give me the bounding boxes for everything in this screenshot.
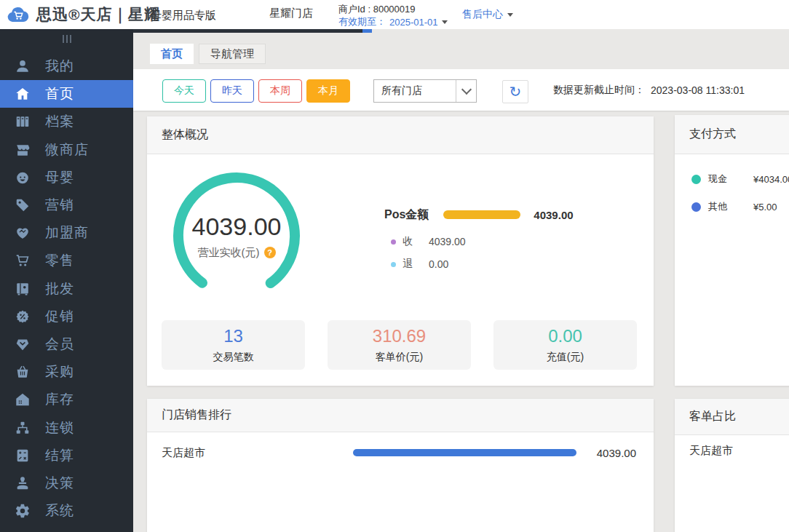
sidebar-item-retail[interactable]: 零售 [0,247,133,274]
ticket-share-panel: 客单占比 天店超市 [675,399,789,532]
refresh-icon: ↻ [510,83,522,100]
help-icon[interactable]: ? [264,247,276,258]
brand-logo: 思迅®天店｜星耀 [6,4,160,25]
ranking-bar [353,449,576,456]
data-updated-timestamp: 数据更新截止时间： 2023-03-08 11:33:01 [553,69,745,111]
sidebar-item-mine[interactable]: 我的 [0,52,133,80]
handshake-icon [0,225,45,241]
gear-icon [0,503,45,519]
ticket-share-store: 天店超市 [689,444,733,458]
ranking-row: 天店超市 4039.00 [162,444,636,461]
archive-icon [0,114,45,130]
sidebar-item-marketing[interactable]: 营销 [0,191,133,219]
store-icon [0,142,45,158]
top-bar: 思迅®天店｜星耀 母婴用品专版 星耀门店 商户Id : 80000019 有效期… [0,0,789,29]
pos-amount-value: 4039.00 [534,209,573,221]
refund-row: 退 0.00 [384,258,574,271]
filter-toolbar: 今天 昨天 本周 本月 所有门店 ↻ 数据更新截止时间： 2023-03-08 … [133,69,789,111]
sidebar-item-decision[interactable]: 决策 [0,469,133,497]
ranking-store-name: 天店超市 [162,446,353,460]
validity-label: 有效期至： [338,15,386,28]
calculator-icon [0,448,45,464]
received-dot-icon [391,239,396,245]
vip-badge-icon [0,336,45,352]
stamp-icon [0,475,45,491]
validity-dropdown[interactable]: 有效期至： 2025-01-01 [338,15,448,28]
gauge-value: 4039.00 [192,213,282,241]
sidebar-item-home[interactable]: 首页 [0,80,133,108]
stat-avg-ticket: 310.69 客单价(元) [328,320,471,370]
sidebar-item-wholesale[interactable]: 批发 [0,275,133,303]
filter-yesterday-button[interactable]: 昨天 [210,79,254,103]
select-dropdown-button[interactable] [456,80,476,102]
main-area: 首页 导航管理 今天 昨天 本周 本月 所有门店 ↻ 数据更新截止时间： 202… [133,29,789,532]
ticket-share-title: 客单占比 [675,399,789,435]
ranking-value: 4039.00 [585,447,636,459]
sidebar-collapse-toggle[interactable] [0,29,133,48]
sidebar-item-settlement[interactable]: 结算 [0,442,133,469]
payment-methods-title: 支付方式 [675,115,789,154]
sidebar-item-promotion[interactable]: 促销 [0,303,133,330]
aftersales-label: 售后中心 [462,8,503,21]
sidebar-item-chain[interactable]: 连锁 [0,413,133,441]
pos-amount-label: Pos金额 [384,207,429,223]
sidebar-item-purchasing[interactable]: 采购 [0,358,133,386]
tag-icon [0,197,45,213]
received-row: 收 4039.00 [384,235,574,248]
user-icon [0,58,45,74]
warehouse-icon [0,392,45,408]
discount-badge-icon [0,309,45,325]
sidebar-item-franchisee[interactable]: 加盟商 [0,219,133,247]
filter-month-button[interactable]: 本月 [306,79,350,103]
overview-panel: 整体概况 4039.00 营业实收(元) ? Pos金额 4039. [147,116,654,386]
tab-nav-management[interactable]: 导航管理 [199,44,266,64]
baby-icon [0,170,45,186]
sidebar-item-system[interactable]: 系统 [0,497,133,525]
cart-icon [0,253,45,269]
aftersales-dropdown[interactable]: 售后中心 [462,8,513,21]
other-dot-icon [691,202,701,212]
gauge-label: 营业实收(元) [198,246,260,260]
merchant-id-label: 商户Id : 80000019 [338,3,416,16]
cash-dot-icon [691,175,701,184]
pos-breakdown: Pos金额 4039.00 收 4039.00 退 0.00 [384,204,574,271]
payment-methods-panel: 支付方式 现金 ¥4034.00 其他 ¥5.00 [675,115,789,386]
store-select[interactable]: 所有门店 [373,79,477,103]
revenue-gauge: 4039.00 营业实收(元) ? [164,163,309,309]
refund-dot-icon [391,262,396,267]
org-tree-icon [0,420,45,436]
overview-panel-title: 整体概况 [147,116,654,154]
store-select-value: 所有门店 [374,84,456,98]
store-ranking-panel: 门店销售排行 天店超市 4039.00 [147,399,654,532]
stat-boxes: 13 交易笔数 310.69 客单价(元) 0.00 充值(元) [162,320,637,370]
edition-label: 母婴用品专版 [151,9,216,23]
home-icon [0,86,45,102]
sidebar: 我的 首页 档案 微商店 [0,29,133,532]
sidebar-item-members[interactable]: 会员 [0,330,133,358]
sidebar-menu: 我的 首页 档案 微商店 [0,52,133,525]
cloud-cart-logo-icon [6,5,32,24]
filter-week-button[interactable]: 本周 [258,79,302,103]
payment-row-cash: 现金 ¥4034.00 [691,173,789,185]
brand-logo-text: 思迅®天店｜星耀 [36,4,160,25]
pos-amount-bar [443,210,520,219]
app-window: 思迅®天店｜星耀 母婴用品专版 星耀门店 商户Id : 80000019 有效期… [0,0,789,532]
caret-down-icon [507,13,513,17]
validity-date: 2025-01-01 [389,17,438,28]
stat-transactions: 13 交易笔数 [162,320,305,370]
caret-down-icon [442,20,448,24]
stat-recharge: 0.00 充值(元) [493,320,637,370]
sidebar-item-inventory[interactable]: 库存 [0,386,133,413]
sidebar-item-microstore[interactable]: 微商店 [0,136,133,164]
refresh-button[interactable]: ↻ [502,80,528,103]
tab-bar: 首页 导航管理 [150,44,266,64]
tab-home[interactable]: 首页 [150,44,194,64]
payment-row-other: 其他 ¥5.00 [691,201,777,213]
sidebar-item-baby[interactable]: 母婴 [0,164,133,191]
basket-icon [0,364,45,380]
store-ranking-title: 门店销售排行 [147,399,654,432]
safe-icon [0,281,45,297]
sidebar-item-archives[interactable]: 档案 [0,108,133,135]
filter-today-button[interactable]: 今天 [162,79,206,103]
update-label: 数据更新截止时间： [553,84,645,97]
